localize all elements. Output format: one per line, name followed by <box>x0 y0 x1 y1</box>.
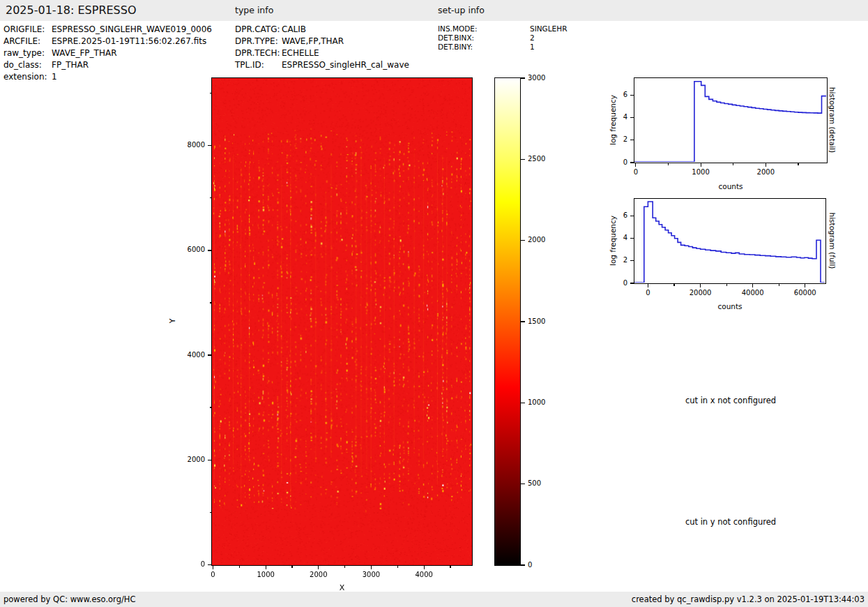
histogram-full-plot: 02000040000600000246 <box>634 198 826 284</box>
histogram-full-y-axis-label: log frequency <box>609 216 617 266</box>
x-axis-minor-tick <box>779 283 779 286</box>
y-axis-tick <box>630 238 634 239</box>
x-axis-tick <box>213 565 213 569</box>
colorbar-tick-label: 2500 <box>528 155 558 163</box>
meta-label: ARCFILE: <box>3 36 52 47</box>
y-axis-tick <box>630 117 634 118</box>
colorbar: 050010001500200025003000 <box>494 77 521 566</box>
x-axis-minor-tick <box>673 283 674 286</box>
meta-row: DET.BINX:2 <box>438 33 567 43</box>
x-axis-minor-tick <box>239 565 240 568</box>
meta-value: WAVE_FP_THAR <box>52 47 116 59</box>
meta-value: ESPRESSO_SINGLEHR_WAVE019_0006 <box>52 24 212 36</box>
x-axis-minor-tick <box>726 283 727 286</box>
meta-row: extension:1 <box>3 71 212 83</box>
histogram-detail-curve <box>634 78 826 162</box>
x-axis-tick <box>635 163 636 167</box>
y-axis-tick-label: 0 <box>173 560 205 568</box>
qc-report-page: 2025-01-18: ESPRESSO type info set-up in… <box>0 0 868 607</box>
x-axis-minor-tick <box>798 163 798 165</box>
histogram-step-line <box>634 82 826 162</box>
x-axis-tick-label: 2000 <box>298 571 340 578</box>
header-bar: 2025-01-18: ESPRESSO type info set-up in… <box>0 0 868 21</box>
y-axis-tick <box>630 260 634 261</box>
raw-frame-plot: 0100020003000400002000400060008000 <box>211 77 473 566</box>
x-axis-tick-label: 0 <box>615 168 657 176</box>
y-axis-minor-tick <box>210 407 213 407</box>
meta-label: DET.BINX: <box>438 33 530 43</box>
x-axis-tick-label: 1000 <box>680 168 722 176</box>
meta-label: ORIGFILE: <box>3 24 52 36</box>
x-axis-tick-label: 40000 <box>732 289 774 297</box>
y-axis-minor-tick <box>210 197 213 198</box>
meta-label: extension: <box>3 71 52 83</box>
meta-value: 2 <box>530 33 535 43</box>
x-axis-tick-label: 3000 <box>350 571 392 578</box>
setup-info-block: INS.MODE:SINGLEHR DET.BINX:2 DET.BINY:1 <box>438 24 567 52</box>
raw-frame-image <box>212 78 472 565</box>
cut-in-x-message: cut in x not configured <box>634 396 828 405</box>
x-axis-tick <box>648 283 648 287</box>
meta-label: TPL.ID: <box>235 59 282 71</box>
meta-value: SINGLEHR <box>530 24 567 33</box>
y-axis-tick <box>208 460 212 460</box>
colorbar-tick-label: 0 <box>528 561 558 569</box>
colorbar-tick-label: 500 <box>528 479 558 487</box>
y-axis-minor-tick <box>210 93 213 93</box>
colorbar-tick <box>520 484 525 484</box>
colorbar-tick <box>520 321 525 322</box>
y-axis-tick-label: 6000 <box>173 246 205 253</box>
colorbar-tick <box>520 564 525 565</box>
histogram-full-side-label: histogram (full) <box>828 213 837 269</box>
histogram-detail-x-axis-label: counts <box>634 182 828 190</box>
meta-value: FP_THAR <box>52 59 89 71</box>
meta-label: INS.MODE: <box>438 24 530 33</box>
colorbar-tick-label: 1000 <box>528 398 558 406</box>
x-axis-tick-label: 20000 <box>680 289 722 297</box>
y-axis-minor-tick <box>210 512 213 513</box>
meta-label: DPR.TYPE: <box>235 36 282 47</box>
y-axis-tick-label: 2000 <box>173 456 205 463</box>
x-axis-tick-label: 1000 <box>245 571 287 578</box>
x-axis-tick-label: 2000 <box>745 168 786 176</box>
y-axis-tick <box>208 145 212 146</box>
x-axis-tick <box>701 163 701 167</box>
x-axis-minor-tick <box>397 565 398 568</box>
y-axis-minor-tick <box>210 302 213 303</box>
y-axis-tick <box>630 283 634 283</box>
meta-value: 1 <box>530 43 535 52</box>
y-axis-tick <box>208 250 212 250</box>
colorbar-tick <box>520 240 525 241</box>
x-axis-tick <box>752 283 753 287</box>
y-axis-tick <box>208 354 212 355</box>
y-axis-tick-label: 0 <box>595 158 627 166</box>
y-axis-tick-label: 4000 <box>173 351 205 359</box>
meta-value: 1 <box>52 71 57 83</box>
x-axis-tick <box>266 565 266 569</box>
meta-row: ORIGFILE:ESPRESSO_SINGLEHR_WAVE019_0006 <box>3 24 212 36</box>
y-axis-tick-label: 8000 <box>173 141 205 149</box>
x-axis-tick <box>700 283 701 287</box>
meta-label: DPR.TECH: <box>235 47 282 59</box>
meta-row: raw_type:WAVE_FP_THAR <box>3 47 212 59</box>
colorbar-tick <box>520 403 525 403</box>
footer-bar: powered by QC: www.eso.org/HC created by… <box>0 592 868 607</box>
type-info-block: DPR.CATG:CALIB DPR.TYPE:WAVE,FP,THAR DPR… <box>235 24 409 71</box>
meta-label: DET.BINY: <box>438 43 530 52</box>
x-axis-tick <box>371 565 372 569</box>
meta-label: do_class: <box>3 59 52 71</box>
meta-label: raw_type: <box>3 47 52 59</box>
colorbar-tick-label: 3000 <box>528 74 558 82</box>
page-title: 2025-01-18: ESPRESSO <box>6 0 137 21</box>
histogram-detail-side-label: histogram (detail) <box>828 87 837 153</box>
meta-row: DET.BINY:1 <box>438 43 567 52</box>
histogram-detail-plot: 0100020000246 <box>634 77 828 163</box>
main-plot-y-axis-label: Y <box>168 319 177 324</box>
meta-row: DPR.TECH:ECHELLE <box>235 47 409 59</box>
meta-row: INS.MODE:SINGLEHR <box>438 24 567 33</box>
x-axis-tick-label: 0 <box>627 289 669 297</box>
meta-value: CALIB <box>282 24 306 36</box>
meta-row: DPR.TYPE:WAVE,FP,THAR <box>235 36 409 47</box>
colorbar-tick <box>520 159 525 160</box>
x-axis-minor-tick <box>450 565 450 568</box>
